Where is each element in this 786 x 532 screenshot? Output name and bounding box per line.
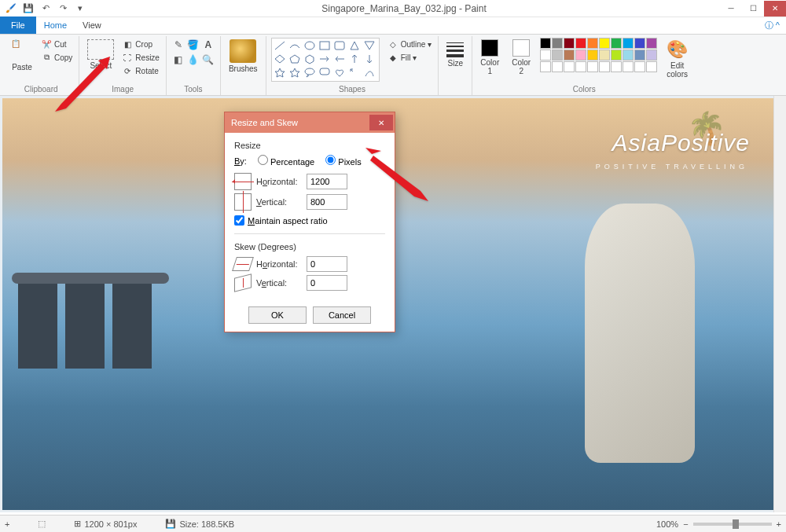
cancel-button[interactable]: Cancel xyxy=(313,306,371,324)
magnifier-icon[interactable]: 🔍 xyxy=(201,53,215,67)
color-swatch[interactable] xyxy=(646,61,657,72)
edit-colors-icon: 🎨 xyxy=(667,39,688,60)
brushes-button[interactable]: Brushes xyxy=(226,38,261,75)
qat-dropdown-icon[interactable]: ▾ xyxy=(72,2,88,16)
help-icon[interactable]: ⓘ ^ xyxy=(765,20,780,31)
skew-h-label: Horizontal: xyxy=(256,259,302,269)
shapes-gallery[interactable] xyxy=(271,38,380,82)
shapes-label: Shapes xyxy=(339,83,365,94)
color-swatch[interactable] xyxy=(587,61,598,72)
redo-icon[interactable]: ↷ xyxy=(55,2,71,16)
color-swatch[interactable] xyxy=(587,50,598,61)
tab-home[interactable]: Home xyxy=(36,17,75,34)
zoom-out-button[interactable]: − xyxy=(683,519,688,529)
minimize-button[interactable]: ─ xyxy=(720,1,742,17)
svg-point-11 xyxy=(305,68,314,75)
eraser-icon[interactable]: ◧ xyxy=(171,53,185,67)
cursor-icon: + xyxy=(5,519,9,529)
resize-button[interactable]: ⛶Resize xyxy=(120,51,161,64)
zoom-in-button[interactable]: + xyxy=(777,519,781,529)
picker-icon[interactable]: 💧 xyxy=(186,53,200,67)
cut-button[interactable]: ✂️Cut xyxy=(39,38,74,50)
color-swatch[interactable] xyxy=(611,61,622,72)
paint-icon: 🖌️ xyxy=(3,2,19,16)
color-swatch[interactable] xyxy=(552,38,563,49)
size-button[interactable]: Size xyxy=(443,38,467,69)
shape-outline-button[interactable]: ◇Outline ▾ xyxy=(386,38,434,50)
color-swatch[interactable] xyxy=(646,38,657,49)
color-swatch[interactable] xyxy=(634,50,645,61)
color-swatch[interactable] xyxy=(587,38,598,49)
svg-marker-8 xyxy=(306,55,314,64)
window-title: Singapore_Marina_Bay_032.jpg - Paint xyxy=(88,3,720,14)
edit-colors-button[interactable]: 🎨 Edit colors xyxy=(663,38,691,80)
color-swatch[interactable] xyxy=(540,61,551,72)
color-swatch[interactable] xyxy=(575,38,586,49)
close-button[interactable]: ✕ xyxy=(764,1,786,17)
color-swatch[interactable] xyxy=(646,50,657,61)
color-swatch[interactable] xyxy=(623,50,634,61)
color-swatch[interactable] xyxy=(599,61,610,72)
ok-button[interactable]: OK xyxy=(248,306,307,324)
skew-vertical-icon xyxy=(234,273,252,292)
skew-vertical-input[interactable] xyxy=(307,275,347,291)
color-swatch[interactable] xyxy=(552,50,563,61)
fill-icon[interactable]: 🪣 xyxy=(186,38,200,52)
save-icon[interactable]: 💾 xyxy=(20,2,36,16)
color-swatch[interactable] xyxy=(552,61,563,72)
color2-button[interactable]: Color 2 xyxy=(509,38,534,77)
color-swatch[interactable] xyxy=(634,61,645,72)
skew-section-label: Skew (Degrees) xyxy=(234,242,385,251)
svg-marker-4 xyxy=(351,42,358,50)
color-swatch[interactable] xyxy=(540,50,551,61)
pencil-icon[interactable]: ✎ xyxy=(171,38,185,52)
tab-file[interactable]: File xyxy=(0,17,36,34)
status-bar: + ⬚ ⊞ 1200 × 801px 💾 Size: 188.5KB 100% … xyxy=(0,515,786,532)
color-swatch[interactable] xyxy=(599,38,610,49)
svg-point-1 xyxy=(305,42,314,50)
color-swatch[interactable] xyxy=(623,38,634,49)
color-swatch[interactable] xyxy=(564,50,575,61)
color-swatch[interactable] xyxy=(575,50,586,61)
vertical-scrollbar[interactable] xyxy=(773,96,786,512)
undo-icon[interactable]: ↶ xyxy=(38,2,53,16)
color1-swatch xyxy=(481,39,498,57)
color-swatch[interactable] xyxy=(611,38,622,49)
color-swatch[interactable] xyxy=(564,38,575,49)
rotate-icon: ⟳ xyxy=(122,65,133,76)
rotate-button[interactable]: ⟳Rotate xyxy=(120,64,161,77)
shape-fill-button[interactable]: ◆Fill ▾ xyxy=(386,51,434,64)
dialog-titlebar[interactable]: Resize and Skew ✕ xyxy=(225,112,395,133)
radio-percentage[interactable]: Percentage xyxy=(258,155,314,167)
svg-marker-14 xyxy=(55,63,105,112)
radio-pixels[interactable]: Pixels xyxy=(325,155,361,167)
zoom-value: 100% xyxy=(656,519,678,529)
color-swatch[interactable] xyxy=(634,38,645,49)
resize-horizontal-input[interactable] xyxy=(307,174,347,189)
annotation-arrow-resize xyxy=(55,57,110,113)
color-swatch[interactable] xyxy=(564,61,575,72)
skew-horizontal-input[interactable] xyxy=(307,256,347,272)
resize-vertical-input[interactable] xyxy=(307,194,347,210)
color-swatch[interactable] xyxy=(611,50,622,61)
paste-button[interactable]: 📋 Paste xyxy=(8,38,36,73)
tab-view[interactable]: View xyxy=(75,17,109,34)
maintain-aspect-checkbox[interactable] xyxy=(234,215,244,226)
svg-line-0 xyxy=(275,42,285,50)
selection-size: ⬚ xyxy=(38,519,46,529)
color-swatch[interactable] xyxy=(540,38,551,49)
color-swatch[interactable] xyxy=(575,61,586,72)
colors-label: Colors xyxy=(573,83,596,94)
fill-shape-icon: ◆ xyxy=(387,52,399,63)
text-icon[interactable]: A xyxy=(201,38,215,52)
maximize-button[interactable]: ☐ xyxy=(742,1,764,17)
crop-button[interactable]: ◧Crop xyxy=(120,38,161,50)
size-icon xyxy=(446,39,464,57)
color-palette[interactable] xyxy=(540,38,657,72)
color-swatch[interactable] xyxy=(599,50,610,61)
zoom-slider[interactable] xyxy=(693,523,772,526)
horizontal-icon xyxy=(234,173,252,190)
color-swatch[interactable] xyxy=(623,61,634,72)
dialog-close-button[interactable]: ✕ xyxy=(369,115,393,130)
color1-button[interactable]: Color 1 xyxy=(477,38,502,77)
